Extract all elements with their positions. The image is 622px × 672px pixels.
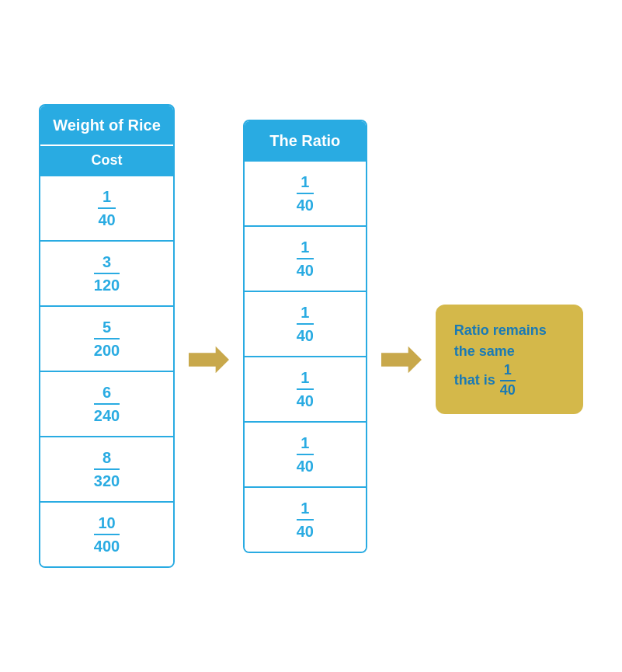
left-table-row: 6 240 — [40, 371, 173, 436]
right-table: The Ratio 1 40 1 40 1 40 1 40 1 — [243, 120, 367, 553]
left-table: Weight of Rice Cost 1 40 3 120 5 200 6 2… — [39, 104, 175, 568]
left-table-row: 10 400 — [40, 501, 173, 566]
result-line2: that is 1 40 — [454, 362, 565, 399]
left-table-header: Weight of Rice — [40, 106, 173, 144]
result-box: Ratio remains the same that is 1 40 — [436, 305, 583, 414]
result-line1: Ratio remains the same — [454, 320, 565, 362]
left-table-row: 1 40 — [40, 175, 173, 240]
left-table-row: 5 200 — [40, 305, 173, 371]
left-fraction-2: 5 200 — [94, 318, 120, 360]
right-table-row: 1 40 — [245, 225, 366, 291]
right-fraction-5: 1 40 — [297, 499, 314, 541]
right-fraction-1: 1 40 — [297, 238, 314, 280]
left-fraction-4: 8 320 — [94, 448, 120, 490]
left-fraction-0: 1 40 — [98, 187, 115, 229]
right-table-header: The Ratio — [245, 121, 366, 160]
left-fraction-5: 10 400 — [94, 514, 120, 555]
right-fraction-0: 1 40 — [297, 172, 314, 214]
svg-marker-0 — [189, 346, 229, 373]
right-fraction-2: 1 40 — [297, 303, 314, 345]
svg-marker-1 — [381, 346, 422, 373]
left-table-row: 3 120 — [40, 240, 173, 305]
left-fraction-1: 3 120 — [94, 252, 120, 294]
result-fraction: 1 40 — [500, 362, 516, 399]
main-container: Weight of Rice Cost 1 40 3 120 5 200 6 2… — [23, 89, 599, 583]
left-table-row: 8 320 — [40, 436, 173, 501]
right-table-row: 1 40 — [245, 486, 366, 552]
left-fraction-3: 6 240 — [94, 383, 120, 425]
left-table-subheader: Cost — [40, 144, 173, 175]
right-fraction-4: 1 40 — [297, 433, 314, 475]
arrow-2-icon — [381, 344, 422, 375]
right-fraction-3: 1 40 — [297, 368, 314, 410]
arrow-1-icon — [189, 344, 229, 375]
right-table-row: 1 40 — [245, 421, 366, 486]
right-table-row: 1 40 — [245, 356, 366, 421]
right-table-row: 1 40 — [245, 160, 366, 225]
right-table-row: 1 40 — [245, 291, 366, 356]
